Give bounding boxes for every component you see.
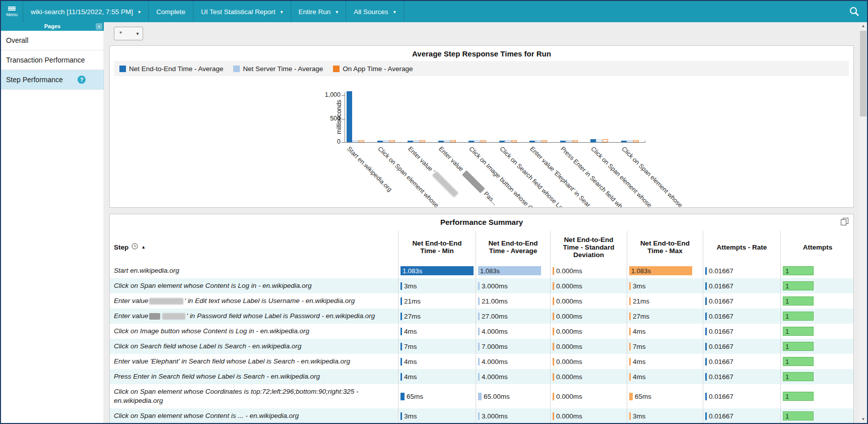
cell-avg: 65.00ms — [476, 384, 550, 408]
value-bar: 1 — [783, 312, 814, 321]
column-header-attempts-rate[interactable]: Attempts - Rate — [703, 231, 780, 263]
sidebar: Pages ‹ OverallTransaction PerformanceSt… — [1, 22, 104, 423]
value-bar — [478, 373, 480, 381]
cell-std: 0.000ms — [550, 293, 627, 309]
value-bar: 1 — [783, 327, 814, 336]
help-icon[interactable]: ? — [78, 76, 86, 84]
value-bar — [705, 412, 707, 420]
sidebar-item-label: Step Performance — [6, 76, 63, 84]
value-text: 0.01667 — [709, 412, 733, 420]
report-selector-label: UI Test Statistical Report — [201, 8, 276, 16]
value-text: 0.01667 — [709, 393, 733, 400]
value-text: 1 — [783, 373, 789, 381]
sidebar-item-transaction-performance[interactable]: Transaction Performance — [1, 50, 104, 70]
bar-on-app — [572, 140, 578, 142]
copy-button[interactable] — [841, 218, 848, 227]
value-bar — [553, 343, 554, 350]
value-bar — [705, 297, 707, 305]
value-text: 3ms — [404, 282, 417, 290]
bar-on-app — [542, 140, 547, 142]
report-selector[interactable]: UI Test Statistical Report ▾ — [193, 1, 291, 22]
vertical-scrollbar[interactable]: ▲ ▼ — [859, 22, 867, 423]
column-header-net-end-to-end-time-standard-deviation[interactable]: Net End-to-End Time - Standard Deviation — [550, 231, 627, 263]
y-tick-label: 0 — [310, 138, 341, 145]
value-bar — [553, 282, 554, 290]
value-bar — [478, 343, 480, 350]
value-text: 1.083s — [400, 267, 422, 275]
value-bar — [553, 328, 554, 335]
app-window: Menu wiki-search [11/15/2022, 7:55 PM] ▾… — [0, 0, 868, 424]
value-bar — [553, 267, 554, 275]
value-text: 1 — [783, 358, 789, 366]
search-button[interactable] — [842, 1, 867, 22]
value-bar — [478, 282, 480, 290]
filter-value: * — [114, 30, 132, 37]
bar-on-app — [633, 140, 639, 142]
value-text: 3ms — [633, 412, 646, 420]
sidebar-item-step-performance[interactable]: Step Performance? — [1, 70, 104, 90]
bar-on-app — [511, 140, 517, 142]
value-text: 65.00ms — [484, 393, 510, 400]
value-text: 0.01667 — [709, 358, 733, 366]
value-bar — [478, 297, 480, 305]
cell-max: 1.083s — [627, 263, 703, 278]
cell-attempts: 1 — [780, 309, 854, 324]
collapse-sidebar-button[interactable]: ‹ — [96, 23, 102, 30]
column-header-attempts[interactable]: Attempts — [780, 231, 854, 263]
pages-header: Pages ‹ — [1, 22, 104, 31]
sources-selector-label: All Sources — [354, 8, 388, 16]
value-text: 4.000ms — [482, 373, 508, 381]
value-text: 4ms — [404, 373, 417, 381]
value-text: 0.01667 — [709, 282, 733, 290]
bar-net-e2e — [621, 141, 627, 142]
value-text: 1 — [783, 412, 789, 420]
cell-std: 0.000ms — [550, 354, 627, 369]
sources-selector[interactable]: All Sources ▾ — [346, 1, 404, 22]
y-axis — [345, 92, 345, 142]
bar-net-e2e — [377, 141, 383, 142]
sidebar-item-overall[interactable]: Overall — [1, 31, 104, 50]
filter-dropdown[interactable]: * ▾ — [114, 27, 143, 40]
column-header-net-end-to-end-time-max[interactable]: Net End-to-End Time - Max — [627, 231, 703, 263]
value-bar — [629, 393, 633, 400]
cell-min: 4ms — [398, 354, 476, 369]
value-bar — [478, 328, 480, 335]
value-text: 27ms — [633, 313, 649, 320]
value-bar — [400, 412, 402, 420]
column-header-step[interactable]: Step▲ — [110, 231, 398, 263]
scroll-down-arrow[interactable]: ▼ — [859, 415, 867, 423]
column-header-net-end-to-end-time-min[interactable]: Net End-to-End Time - Min — [398, 231, 476, 263]
redacted-text — [162, 313, 185, 320]
sidebar-item-label: Transaction Performance — [6, 56, 85, 64]
value-bar — [553, 412, 554, 420]
chevron-down-icon: ▾ — [336, 9, 338, 15]
value-text: 1 — [783, 328, 789, 335]
scrollbar-thumb[interactable] — [860, 31, 866, 116]
cell-max: 3ms — [627, 408, 703, 423]
cell-max: 4ms — [627, 369, 703, 384]
cell-avg: 21.00ms — [476, 293, 550, 309]
scroll-up-arrow[interactable]: ▲ — [859, 22, 867, 30]
value-text: 3ms — [404, 412, 417, 420]
cell-max: 21ms — [627, 293, 703, 309]
value-bar — [705, 358, 707, 366]
value-text: 0.01667 — [709, 297, 733, 305]
value-text: 0.01667 — [709, 328, 733, 335]
range-selector[interactable]: Entire Run ▾ — [291, 1, 347, 22]
value-text: 0.01667 — [709, 267, 733, 275]
value-text: 4ms — [633, 373, 646, 381]
cell-max: 4ms — [627, 324, 703, 339]
cell-std: 0.000ms — [550, 339, 627, 354]
menu-button[interactable]: Menu — [1, 1, 23, 22]
cell-max: 65ms — [627, 384, 703, 408]
table-header: Step▲Net End-to-End Time - MinNet End-to… — [110, 231, 853, 263]
value-text: 1 — [783, 393, 789, 400]
redacted-text — [149, 298, 183, 305]
run-selector[interactable]: wiki-search [11/15/2022, 7:55 PM] ▾ — [23, 1, 149, 22]
cell-std: 0.000ms — [550, 369, 627, 384]
value-bar — [705, 373, 707, 381]
bar-net-server — [475, 140, 480, 142]
performance-summary-panel: Performance Summary Step▲Net End-to-End … — [109, 214, 854, 423]
column-header-net-end-to-end-time-average[interactable]: Net End-to-End Time - Average — [476, 231, 550, 263]
value-text: 27.00ms — [482, 313, 508, 320]
